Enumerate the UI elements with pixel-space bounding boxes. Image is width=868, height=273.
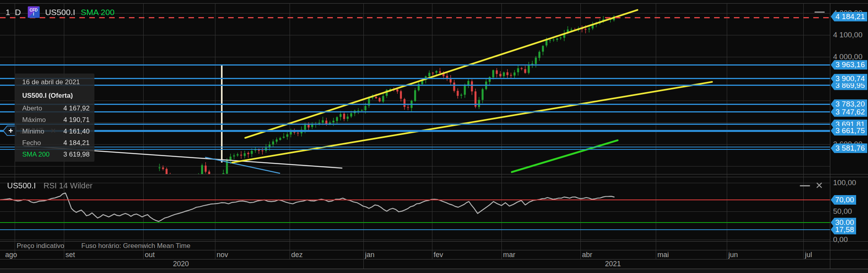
rsi-axis-label: 100,00 [833, 178, 856, 187]
current-price-dashed-line [0, 17, 830, 18]
month-label: set [65, 251, 75, 259]
price-level-badge: 3 661,75 [831, 126, 867, 136]
rsi-pane-top-border [0, 177, 868, 177]
indicative-price-note: Preço indicativo [17, 242, 64, 250]
rsi-level-badge: 70,00 [831, 195, 856, 205]
month-label: fev [434, 251, 443, 259]
sma-indicator-label[interactable]: SMA 200 [81, 8, 115, 17]
month-label: mar [503, 251, 515, 259]
current-price-badge: 4 184,21 [831, 12, 867, 21]
month-label: jul [805, 251, 812, 259]
rsi-header: US500.I RSI 14 Wilder [7, 181, 92, 190]
year-label: 2021 [605, 260, 621, 268]
price-axis-label: 4 000,00 [833, 52, 862, 61]
cfd-instrument-icon: CFDI [28, 6, 40, 18]
rsi-level-line[interactable] [0, 229, 830, 230]
price-level-badge: 3 900,74 [831, 74, 867, 83]
year-divider [363, 259, 364, 269]
year-label: 2020 [173, 260, 189, 268]
horizontal-level-line[interactable] [0, 64, 830, 66]
rsi-axis-label: 0,00 [833, 235, 848, 244]
horizontal-level-line[interactable] [0, 124, 830, 125]
horizontal-level-line[interactable] [0, 147, 830, 150]
month-label: abr [582, 251, 592, 259]
instrument-label[interactable]: US500.I [45, 8, 75, 17]
month-label: jan [365, 251, 374, 259]
tooltip-row: Fecho4 184,21 [22, 139, 90, 147]
footer-row-border [0, 250, 868, 250]
horizontal-level-line[interactable] [0, 78, 830, 79]
rsi-indicator-label[interactable]: RSI 14 Wilder [44, 181, 92, 190]
tooltip-date: 16 de abril de 2021 [22, 78, 90, 86]
rsi-instrument-label: US500.I [7, 181, 36, 190]
close-rsi-icon[interactable]: ✕ [815, 181, 823, 190]
tooltip-sma-row: SMA 2003 619,98 [22, 151, 90, 159]
bottom-strip [0, 269, 868, 273]
rsi-level-line[interactable] [0, 222, 830, 223]
tooltip-title: US500.I (Oferta) [22, 92, 90, 100]
chart-header: 1 D CFDI US500.I SMA 200 [6, 6, 115, 18]
month-label: mai [657, 251, 669, 259]
ohlc-tooltip: 16 de abril de 2021 US500.I (Oferta) Abe… [15, 74, 94, 162]
month-label: jun [728, 251, 738, 259]
chart-window: 1 D CFDI US500.I SMA 200 3 963,163 869,9… [0, 0, 868, 273]
month-label: out [145, 251, 155, 259]
rsi-level-line[interactable] [0, 199, 830, 200]
rsi-level-badge: 17,58 [831, 225, 856, 234]
tooltip-row: Aberto4 167,92 [22, 105, 90, 112]
price-level-badge: 3 581,76 [831, 143, 867, 153]
rsi-chart-area[interactable] [0, 178, 830, 241]
price-level-badge: 3 963,16 [831, 60, 867, 70]
minimize-main-chart-icon[interactable] [814, 12, 825, 13]
month-row-border [0, 259, 868, 259]
price-axis-label: 4 100,00 [833, 31, 862, 39]
minimize-rsi-icon[interactable] [800, 185, 810, 186]
horizontal-level-line[interactable] [0, 85, 830, 86]
timeframe-label[interactable]: 1 D [6, 8, 22, 17]
month-label: ago [5, 251, 17, 259]
horizontal-level-line[interactable] [0, 111, 830, 112]
tooltip-row: Máximo4 190,71 [22, 116, 90, 124]
month-label: dez [291, 251, 303, 259]
rsi-pane-bottom-border [0, 241, 868, 242]
horizontal-level-line[interactable] [0, 130, 830, 132]
price-axis-border [830, 3, 830, 269]
rsi-axis-label: 50,00 [833, 207, 852, 216]
month-label: nov [217, 251, 228, 259]
tooltip-row: Mínimo4 161,40 [22, 128, 90, 136]
timezone-note: Fuso horário: Greenwich Mean Time [81, 242, 190, 250]
horizontal-level-line[interactable] [0, 104, 830, 105]
svg-text:+: + [8, 126, 13, 135]
main-pane-bottom-border [0, 174, 868, 174]
price-level-badge: 3 783,20 [831, 99, 867, 109]
tooltip-rows: Aberto4 167,92Máximo4 190,71Mínimo4 161,… [22, 105, 90, 159]
